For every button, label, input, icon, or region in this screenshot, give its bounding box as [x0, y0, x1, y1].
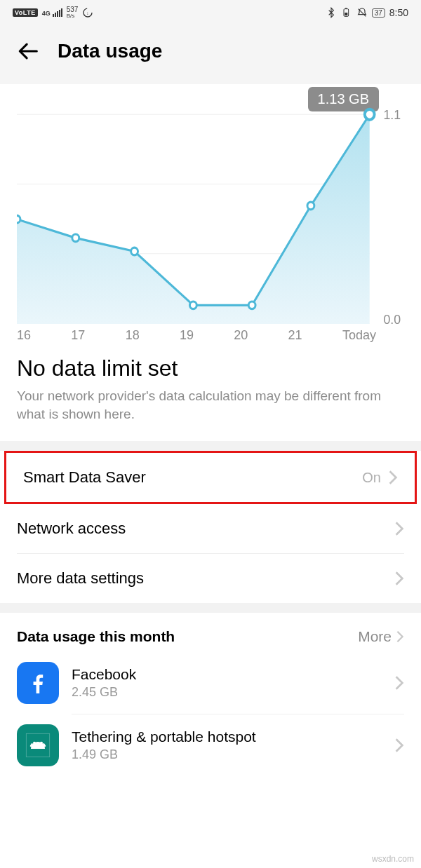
more-data-settings-row[interactable]: More data settings [0, 554, 421, 603]
divider [0, 603, 421, 613]
row-label: Network access [17, 520, 126, 538]
clock: 8:50 [389, 7, 408, 18]
chevron-right-icon [394, 675, 404, 691]
bluetooth-icon [326, 7, 337, 18]
app-row-tethering[interactable]: Tethering & portable hotspot 1.49 GB [0, 714, 421, 776]
chevron-right-icon [394, 521, 404, 536]
header: Data usage [0, 25, 421, 84]
more-button[interactable]: More [358, 628, 404, 645]
section-title-text: Data usage this month [17, 628, 175, 645]
svg-point-12 [189, 301, 196, 309]
svg-point-15 [365, 109, 375, 120]
status-bar: VoLTE 4G 537B/s ↓ 37 8:50 [0, 0, 421, 25]
chart-x-axis: 16 17 18 19 20 21 Today [17, 324, 404, 343]
chevron-right-icon [388, 470, 398, 485]
dnd-icon [356, 7, 368, 18]
net-speed: 537B/s [67, 6, 79, 19]
no-limit-desc: Your network provider's data calculation… [17, 387, 404, 423]
app-name: Tethering & portable hotspot [72, 728, 382, 745]
back-icon[interactable] [17, 39, 41, 63]
svg-point-13 [248, 301, 255, 309]
smart-data-saver-row[interactable]: Smart Data Saver On [6, 453, 415, 502]
page-title: Data usage [58, 40, 162, 62]
row-value: On [362, 470, 381, 486]
highlight-box: Smart Data Saver On [4, 451, 417, 504]
app-row-facebook[interactable]: Facebook 2.45 GB [0, 652, 421, 714]
tethering-icon [17, 724, 59, 766]
chevron-right-icon [394, 571, 404, 586]
svg-point-10 [72, 234, 79, 242]
no-limit-section: No data limit set Your network provider'… [0, 343, 421, 441]
svg-point-11 [131, 247, 138, 255]
data-saver-icon: ↓ [82, 7, 93, 18]
row-label: More data settings [17, 569, 144, 588]
chevron-right-icon [396, 630, 404, 643]
row-label: Smart Data Saver [23, 468, 146, 487]
chevron-right-icon [394, 738, 404, 753]
monthly-usage-header: Data usage this month More [0, 613, 421, 652]
app-usage: 1.49 GB [72, 747, 382, 762]
svg-rect-4 [345, 13, 347, 15]
svg-point-14 [307, 202, 314, 210]
app-name: Facebook [72, 666, 382, 683]
watermark: wsxdn.com [372, 854, 414, 864]
app-usage: 2.45 GB [72, 685, 382, 700]
svg-text:1.1: 1.1 [383, 107, 401, 122]
facebook-icon [17, 662, 59, 704]
network-access-row[interactable]: Network access [0, 504, 421, 553]
usage-chart: 1.13 GB 1.1 [0, 84, 421, 343]
divider [0, 441, 421, 451]
volte-badge: VoLTE [13, 8, 38, 17]
svg-text:0.0: 0.0 [383, 311, 401, 324]
no-limit-title: No data limit set [17, 355, 404, 381]
battery-percent: 37 [372, 8, 385, 18]
battery-icon-small [341, 7, 352, 18]
svg-text:↓: ↓ [87, 11, 89, 15]
svg-point-9 [17, 215, 20, 223]
signal-icon: 4G [42, 8, 62, 17]
svg-rect-3 [345, 8, 347, 8]
